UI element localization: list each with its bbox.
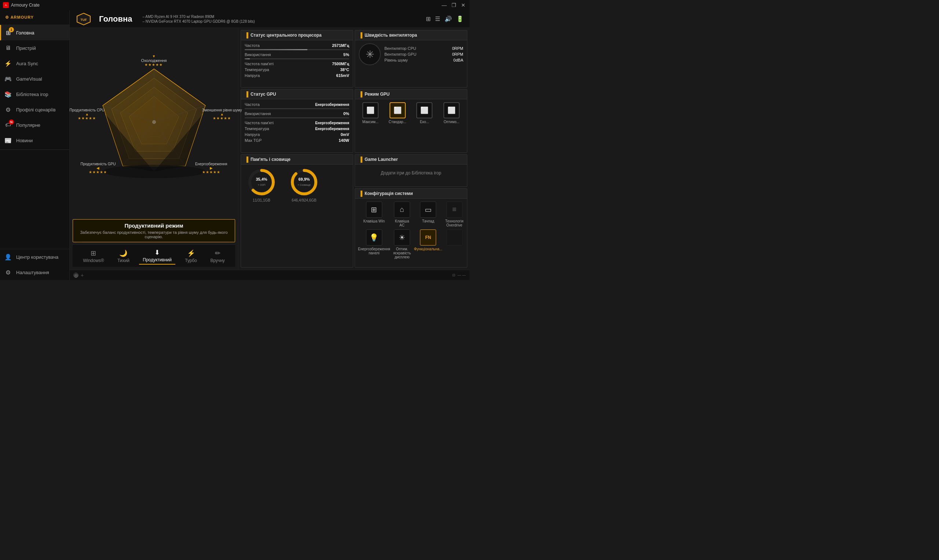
header-icon-list[interactable]: ☰ bbox=[435, 15, 440, 22]
energy-icon: 💡 bbox=[369, 233, 379, 242]
tab-windows[interactable]: ⊞ Windows® bbox=[79, 248, 108, 265]
gpu-usage-label: Використання bbox=[245, 111, 271, 116]
bottom-bar: ◎ + ⊟ — — bbox=[70, 270, 470, 280]
minimize-button[interactable]: — bbox=[441, 2, 447, 8]
svg-point-25 bbox=[292, 171, 316, 194]
gpu-mode-optim[interactable]: ⬜ Оптимз... bbox=[439, 102, 464, 124]
header-icon-speaker[interactable]: 🔊 bbox=[444, 15, 452, 22]
cpu-panel-icon: ▐ bbox=[245, 32, 248, 38]
cpu-freq-label: Частота bbox=[245, 43, 260, 48]
gpu-max-icon: ⬜ bbox=[367, 106, 375, 114]
maximize-button[interactable]: ❐ bbox=[450, 2, 457, 8]
tab-manual[interactable]: ✏ Вручну bbox=[207, 248, 228, 265]
gpu-mode-standard[interactable]: ⬜ Стандар... bbox=[385, 102, 410, 124]
ram-used: 11/31,1GB bbox=[253, 198, 270, 202]
gpu-usage-value: 0% bbox=[343, 111, 349, 116]
header-icon-battery[interactable]: 🔋 bbox=[456, 15, 464, 22]
svg-text:+ Сховище: + Сховище bbox=[298, 184, 311, 186]
sidebar-item-news-label: Новини bbox=[16, 138, 32, 143]
sys-config-win-key[interactable]: ⊞ Клавіша Win bbox=[358, 202, 390, 227]
sidebar-item-gamevisual[interactable]: 🎮 GameVisual bbox=[0, 71, 69, 86]
sys-config-panel: ▐ Конфігурація системи ⊞ Клавіша Win ⌂ К… bbox=[355, 188, 467, 268]
svg-text:TUF: TUF bbox=[80, 18, 87, 22]
sidebar-item-aura[interactable]: ⚡ Aura Sync bbox=[0, 56, 69, 71]
fn-key-icon: FN bbox=[425, 235, 431, 240]
stars-br: ★★★★★ bbox=[202, 170, 220, 174]
cpu-mem-freq-label: Частота пам'яті bbox=[245, 62, 274, 66]
sidebar-item-user-center[interactable]: 👤 Центр користувача bbox=[0, 249, 69, 265]
svg-text:69,9%: 69,9% bbox=[298, 177, 310, 182]
tab-windows-icon: ⊞ bbox=[83, 249, 104, 257]
bottom-zoom-icon[interactable]: ⊟ bbox=[452, 273, 455, 277]
gpu-temp-label: Температура bbox=[245, 126, 269, 131]
sidebar-logo-text: ⚙ ARMOURY bbox=[5, 15, 34, 20]
ram-gauge: 35,4% + ОЗП bbox=[247, 168, 276, 197]
win-key-icon: ⊞ bbox=[371, 205, 377, 214]
memory-panel-icon: ▐ bbox=[245, 157, 248, 162]
energy-label: Енергозбереження панелі bbox=[358, 247, 390, 255]
sys-config-touchpad[interactable]: ▭ Тачпад bbox=[414, 202, 443, 227]
sidebar-item-devices-label: Пристрій bbox=[16, 45, 36, 51]
gpu-max-tgp-label: Max TGP bbox=[245, 138, 262, 143]
storage-used: 646,4/924,6GB bbox=[291, 198, 316, 202]
sidebar-item-devices[interactable]: 🖥 Пристрій bbox=[0, 40, 69, 56]
tab-manual-icon: ✏ bbox=[210, 249, 225, 257]
noise-label: Рівень шуму bbox=[384, 58, 408, 62]
sys-config-fn-key[interactable]: FN Функціональна... bbox=[414, 229, 443, 259]
gpu-mode-eco[interactable]: ⬜ Еко... bbox=[412, 102, 437, 124]
left-panel: ▼ Охолодження ★★★★★ Продуктивність CPU ▲… bbox=[70, 28, 238, 270]
gpu-freq-value: Енергозбереження bbox=[315, 103, 349, 107]
sys-config-ac-key[interactable]: ⌂ Клавіша AC bbox=[392, 202, 412, 227]
cpu-temp-label: Температура bbox=[245, 68, 269, 72]
sidebar-item-news[interactable]: 📰 Новини bbox=[0, 133, 69, 148]
cpu-voltage-value: 615mV bbox=[336, 73, 349, 78]
sys-config-brightness[interactable]: ☀ Оптим. яскравість дисплею bbox=[392, 229, 412, 259]
label-cooling: Охолодження bbox=[141, 58, 167, 63]
cpu-status-panel: ▐ Статус центрального процесора Частота … bbox=[241, 30, 353, 88]
arrow-top: ▼ bbox=[152, 54, 156, 58]
tab-turbo[interactable]: ⚡ Турбо bbox=[181, 248, 200, 265]
sidebar-item-popular[interactable]: 🏷 Популярне N bbox=[0, 117, 69, 133]
sidebar-item-scenarios[interactable]: ⚙ Профілі сценаріїв bbox=[0, 102, 69, 117]
gpu-mode-panel-icon: ▐ bbox=[359, 91, 362, 97]
sys-config-overdrive[interactable]: ≡ Технологія Overdrive bbox=[444, 202, 464, 227]
gpu-status-panel-title: Статус GPU bbox=[251, 92, 276, 97]
close-button[interactable]: ✕ bbox=[460, 2, 467, 8]
news-icon: 📰 bbox=[5, 137, 12, 144]
gpu-optim-icon: ⬜ bbox=[447, 106, 456, 114]
sidebar-item-home[interactable]: ⊞ Головна 1 bbox=[0, 25, 69, 40]
tab-quiet[interactable]: 🌙 Тихий bbox=[114, 248, 133, 265]
sidebar-item-settings-label: Налаштування bbox=[16, 270, 49, 275]
bottom-circle-btn-left[interactable]: ◎ bbox=[73, 273, 79, 278]
svg-text:35,4%: 35,4% bbox=[256, 177, 267, 182]
gpu-status-panel: ▐ Статус GPU Частота Енергозбереження Ви… bbox=[241, 89, 353, 152]
touchpad-label: Тачпад bbox=[422, 219, 434, 223]
library-icon: 📚 bbox=[5, 91, 12, 98]
header-icon-grid[interactable]: ⊞ bbox=[426, 15, 431, 22]
sys-config-title: Конфігурація системи bbox=[365, 191, 413, 196]
tuf-logo: TUF bbox=[76, 12, 92, 26]
ac-key-icon: ⌂ bbox=[400, 205, 404, 214]
cpu-voltage-label: Напруга bbox=[245, 73, 260, 78]
spec-line2: – NVIDIA GeForce RTX 4070 Laptop GPU GDD… bbox=[142, 19, 254, 23]
cpu-fan-label: Вентилятор CPU bbox=[384, 46, 416, 51]
label-gpu-perf: Продуктивність GPU bbox=[81, 162, 116, 166]
cpu-mem-freq-value: 7500МГц bbox=[332, 62, 349, 66]
settings-icon: ⚙ bbox=[6, 269, 11, 276]
sidebar-item-library-label: Бібліотека ігор bbox=[16, 92, 48, 97]
app-title: Armoury Crate bbox=[11, 3, 40, 8]
gpu-mode-eco-label: Еко... bbox=[420, 120, 429, 124]
gpu-mode-max[interactable]: ⬜ Максим... bbox=[358, 102, 383, 124]
bottom-add-icon[interactable]: + bbox=[81, 272, 83, 278]
gpu-voltage-label: Напруга bbox=[245, 132, 260, 137]
tab-productive[interactable]: ⬇ Продуктивний bbox=[139, 247, 175, 265]
fan-panel-icon: ▐ bbox=[359, 32, 362, 38]
gpu-voltage-value: 0mV bbox=[341, 132, 349, 137]
arrow-tr: ▲ bbox=[220, 112, 224, 116]
tab-quiet-icon: 🌙 bbox=[117, 249, 130, 257]
sidebar-item-library[interactable]: 📚 Бібліотека ігор bbox=[0, 86, 69, 102]
sys-config-energy[interactable]: 💡 Енергозбереження панелі bbox=[358, 229, 390, 259]
sidebar-item-settings[interactable]: ⚙ Налаштування bbox=[0, 265, 69, 280]
sidebar-item-aura-label: Aura Sync bbox=[16, 61, 38, 66]
gpu-standard-icon: ⬜ bbox=[393, 106, 402, 114]
